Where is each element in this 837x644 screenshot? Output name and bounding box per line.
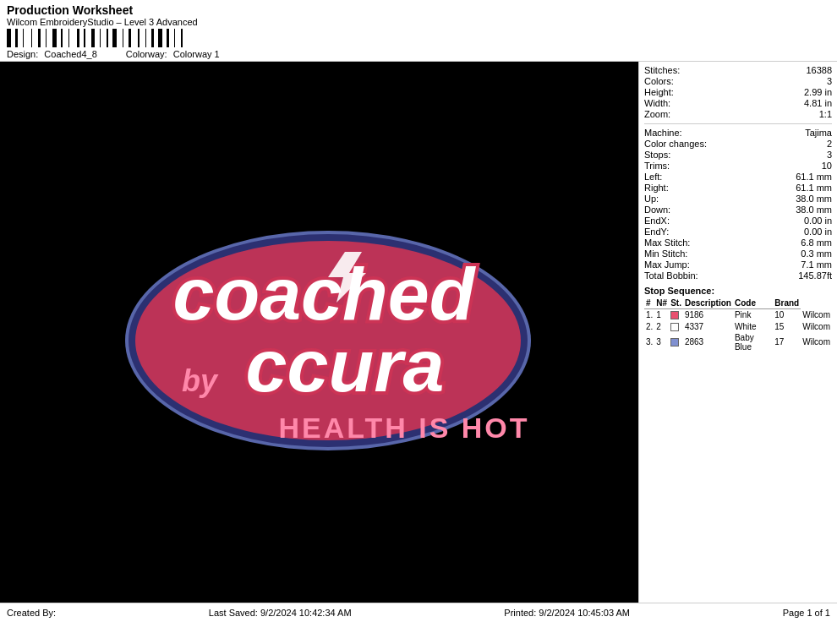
machine-row: Machine: Tajima (644, 128, 832, 138)
last-saved-label: Last Saved: (209, 608, 258, 618)
col-description: Description (683, 297, 733, 309)
colors-label: Colors: (644, 76, 674, 86)
right-row: Right: 61.1 mm (644, 183, 832, 193)
col-num: # (644, 297, 654, 309)
down-label: Down: (644, 205, 670, 215)
row-brand: Wilcom (801, 320, 832, 331)
endy-row: EndY: 0.00 in (644, 226, 832, 237)
app-subtitle: Wilcom EmbroideryStudio – Level 3 Advanc… (7, 17, 830, 27)
height-value: 2.99 in (804, 87, 832, 97)
page-info: Page 1 of 1 (783, 608, 830, 618)
stops-value: 3 (827, 150, 832, 160)
trims-row: Trims: 10 (644, 161, 832, 171)
colors-value: 3 (827, 76, 832, 86)
table-row: 2. 2 4337 White 15 Wilcom (644, 320, 832, 331)
stop-sequence-title: Stop Sequence: (644, 286, 832, 296)
color-changes-label: Color changes: (644, 139, 707, 149)
row-color-swatch (669, 332, 683, 352)
max-jump-row: Max Jump: 7.1 mm (644, 259, 832, 270)
colors-row: Colors: 3 (644, 76, 832, 86)
up-value: 38.0 mm (796, 194, 832, 204)
table-header-row: # N# St. Description Code Brand (644, 297, 832, 309)
endy-value: 0.00 in (804, 226, 832, 237)
design-info: Design: Coached4_8 Colorway: Colorway 1 (7, 49, 830, 59)
row-code: 15 (773, 320, 801, 331)
row-n: 2 (654, 320, 669, 331)
stops-row: Stops: 3 (644, 150, 832, 160)
up-label: Up: (644, 194, 659, 204)
color-changes-value: 2 (827, 139, 832, 149)
row-num: 3. (644, 332, 654, 352)
zoom-value: 1:1 (819, 109, 832, 119)
row-st: 4337 (683, 320, 733, 331)
printed: Printed: 9/2/2024 10:45:03 AM (504, 608, 630, 618)
total-bobbin-value: 145.87ft (798, 270, 832, 281)
svg-text:by: by (181, 363, 218, 398)
props-section: Machine: Tajima Color changes: 2 Stops: … (644, 128, 832, 281)
col-brand: Brand (773, 297, 801, 309)
color-changes-row: Color changes: 2 (644, 139, 832, 149)
row-brand: Wilcom (801, 332, 832, 352)
row-num: 2. (644, 320, 654, 331)
row-color-swatch (669, 309, 683, 321)
col-st: St. (669, 297, 683, 309)
width-row: Width: 4.81 in (644, 98, 832, 108)
trims-label: Trims: (644, 161, 670, 171)
created-by-label: Created By: (7, 608, 56, 618)
endx-label: EndX: (644, 216, 670, 226)
height-label: Height: (644, 87, 674, 97)
page-title: Production Worksheet (7, 3, 830, 17)
total-bobbin-label: Total Bobbin: (644, 270, 698, 281)
zoom-row: Zoom: 1:1 (644, 109, 832, 119)
endx-row: EndX: 0.00 in (644, 216, 832, 226)
colorway-label: Colorway: (126, 49, 167, 59)
row-n: 1 (654, 309, 669, 321)
down-row: Down: 38.0 mm (644, 205, 832, 215)
max-stitch-label: Max Stitch: (644, 237, 690, 248)
row-brand: Wilcom (801, 309, 832, 321)
machine-value: Tajima (805, 128, 832, 138)
width-label: Width: (644, 98, 670, 108)
width-value: 4.81 in (804, 98, 832, 108)
barcode: // Generate barcode bars const barPatter… (7, 29, 830, 47)
row-st: 9186 (683, 309, 733, 321)
main-layout: coached ccura by HEALTH IS HOT Stitches:… (0, 62, 837, 603)
right-label: Right: (644, 183, 669, 193)
stop-sequence: Stop Sequence: # N# St. Description Code… (644, 286, 832, 352)
stops-label: Stops: (644, 150, 670, 160)
row-description: White (733, 320, 773, 331)
row-st: 2863 (683, 332, 733, 352)
total-bobbin-row: Total Bobbin: 145.87ft (644, 270, 832, 281)
stitches-label: Stitches: (644, 65, 680, 75)
min-stitch-label: Min Stitch: (644, 248, 687, 259)
col-n: N# (654, 297, 669, 309)
max-stitch-value: 6.8 mm (801, 237, 832, 248)
colorway-field: Colorway: Colorway 1 (126, 49, 223, 59)
left-label: Left: (644, 172, 662, 182)
zoom-label: Zoom: (644, 109, 670, 119)
header: Production Worksheet Wilcom EmbroiderySt… (0, 0, 837, 62)
down-value: 38.0 mm (796, 205, 832, 215)
footer: Created By: Last Saved: 9/2/2024 10:42:3… (0, 603, 837, 621)
max-jump-label: Max Jump: (644, 259, 690, 270)
created-by: Created By: (7, 608, 56, 618)
props-top: Stitches: 16388 Colors: 3 Height: 2.99 i… (644, 65, 832, 124)
printed-value: 9/2/2024 10:45:03 AM (539, 608, 630, 618)
height-row: Height: 2.99 in (644, 87, 832, 97)
left-value: 61.1 mm (796, 172, 832, 182)
preview-panel: coached ccura by HEALTH IS HOT (0, 62, 638, 603)
colorway-value: Colorway 1 (173, 49, 220, 59)
design-value: Coached4_8 (44, 49, 96, 59)
machine-label: Machine: (644, 128, 682, 138)
endx-value: 0.00 in (804, 216, 832, 226)
min-stitch-value: 0.3 mm (801, 248, 832, 259)
svg-text:HEALTH IS HOT: HEALTH IS HOT (278, 412, 529, 444)
printed-label: Printed: (504, 608, 536, 618)
row-description: Pink (733, 309, 773, 321)
max-stitch-row: Max Stitch: 6.8 mm (644, 237, 832, 248)
last-saved: Last Saved: 9/2/2024 10:42:34 AM (209, 608, 352, 618)
design-field: Design: Coached4_8 (7, 49, 101, 59)
embroidery-design: coached ccura by HEALTH IS HOT (74, 163, 565, 501)
stitches-value: 16388 (806, 65, 832, 75)
trims-value: 10 (822, 161, 832, 171)
